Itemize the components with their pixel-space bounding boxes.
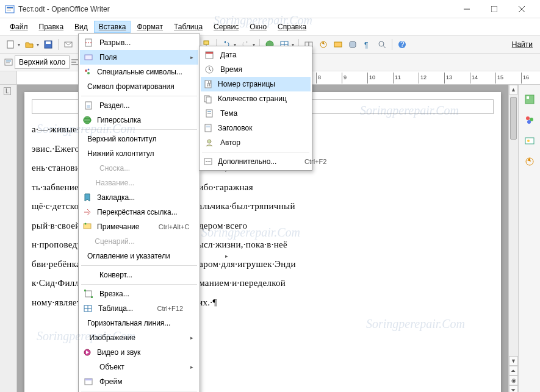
ruler-vertical: L <box>0 85 17 392</box>
close-button[interactable] <box>508 1 535 18</box>
insert-menu-item-12[interactable]: Закладка... <box>80 190 198 205</box>
svg-rect-112 <box>206 97 211 103</box>
menu-справка[interactable]: Справка <box>273 21 311 33</box>
nav-up-icon[interactable]: ⏶ <box>509 366 518 376</box>
fields-submenu-item-2[interactable]: #Номер страницы <box>201 77 311 91</box>
menu-окно[interactable]: Окно <box>245 21 272 33</box>
nav-down-icon[interactable]: ⏷ <box>509 385 518 392</box>
author-icon <box>203 138 215 148</box>
insert-menu-item-20[interactable]: Врезка... <box>80 287 198 301</box>
insert-menu[interactable]: Разрыв...Поля▸Специальные символы...Симв… <box>78 34 200 392</box>
svg-rect-105 <box>206 52 213 54</box>
menu-вставка[interactable]: Вставка <box>94 21 131 33</box>
svg-text:?: ? <box>400 40 405 49</box>
insert-menu-item-18[interactable]: Конверт... <box>80 268 198 282</box>
svg-point-38 <box>379 41 384 46</box>
help-icon[interactable]: ? <box>395 38 409 51</box>
open-icon[interactable] <box>23 38 36 51</box>
insert-menu-item-6[interactable]: Гиперссылка <box>80 113 198 127</box>
insert-menu-item-9[interactable]: Нижний колонтитул▸ <box>80 146 198 161</box>
mail-icon[interactable] <box>62 38 75 51</box>
svg-point-90 <box>84 116 91 124</box>
minimize-button[interactable] <box>453 1 480 18</box>
insert-menu-item-16[interactable]: Оглавление и указатели▸ <box>80 249 198 263</box>
crossref-icon <box>82 207 92 217</box>
media-icon <box>82 347 92 357</box>
insert-menu-item-11: Название... <box>80 176 198 190</box>
svg-rect-35 <box>334 42 342 47</box>
styles-icon[interactable] <box>4 57 13 67</box>
insert-menu-item-25[interactable]: Объект▸ <box>80 360 198 374</box>
menu-сервис[interactable]: Сервис <box>209 21 243 33</box>
insert-menu-item-10: Сноска... <box>80 161 198 176</box>
fields-submenu-item-1[interactable]: Время <box>201 62 311 77</box>
menu-формат[interactable]: Формат <box>132 21 168 33</box>
titlebar: Тест.odt - OpenOffice Writer <box>0 0 540 18</box>
table-icon <box>82 304 93 313</box>
svg-rect-96 <box>91 296 93 298</box>
window-title: Тест.odt - OpenOffice Writer <box>18 5 453 13</box>
maximize-button[interactable] <box>480 1 508 18</box>
menu-таблица[interactable]: Таблица <box>169 21 207 33</box>
fields-submenu[interactable]: ДатаВремя#Номер страницыКоличество стран… <box>199 46 312 171</box>
menu-файл[interactable]: Файл <box>5 21 33 33</box>
style-combo[interactable]: Верхний коло <box>15 55 70 69</box>
nonprint-icon[interactable]: ¶ <box>361 38 374 51</box>
svg-rect-102 <box>85 379 92 380</box>
datasource-icon[interactable] <box>346 38 359 51</box>
vertical-scrollbar[interactable]: ▲ ▼ ⏶ ◉ ⏷ <box>508 85 518 392</box>
insert-menu-item-26[interactable]: Фрейм <box>80 374 198 389</box>
svg-line-39 <box>383 46 386 48</box>
fields-submenu-item-0[interactable]: Дата <box>201 48 311 62</box>
insert-menu-item-8[interactable]: Верхний колонтитул▸ <box>80 132 198 146</box>
sidebar-properties-icon[interactable] <box>522 92 537 107</box>
nav-target-icon[interactable]: ◉ <box>509 376 518 385</box>
svg-rect-5 <box>491 6 497 12</box>
insert-menu-item-22[interactable]: Горизонтальная линия... <box>80 316 198 330</box>
pagecount-icon <box>203 94 213 104</box>
scroll-up-icon[interactable]: ▲ <box>509 85 518 94</box>
fields-submenu-item-5[interactable]: Заголовок <box>201 121 311 135</box>
svg-rect-92 <box>84 224 91 229</box>
svg-rect-117 <box>206 126 210 127</box>
insert-menu-item-24[interactable]: Видео и звук <box>80 345 198 360</box>
insert-menu-item-2[interactable]: Специальные символы... <box>80 65 198 79</box>
sidebar-gallery-icon[interactable] <box>522 134 537 148</box>
insert-menu-item-3[interactable]: Символ форматирования▸ <box>80 79 198 94</box>
gallery-icon[interactable] <box>331 38 345 51</box>
scroll-thumb[interactable] <box>510 97 517 140</box>
svg-point-87 <box>88 69 90 71</box>
insert-menu-item-23[interactable]: Изображение▸ <box>80 330 198 345</box>
navigator-icon[interactable] <box>317 38 330 51</box>
fields-submenu-item-8[interactable]: Дополнительно...Ctrl+F2 <box>201 154 311 169</box>
svg-rect-89 <box>87 105 90 108</box>
svg-rect-84 <box>85 55 92 60</box>
title-field-icon <box>203 123 213 133</box>
svg-rect-94 <box>85 291 92 297</box>
sidebar-styles-icon[interactable] <box>522 113 537 127</box>
menu-правка[interactable]: Правка <box>34 21 69 33</box>
sidebar-navigator-icon[interactable] <box>522 154 537 169</box>
scroll-down-icon[interactable]: ▼ <box>509 356 518 366</box>
app-icon <box>5 4 15 14</box>
insert-menu-item-1[interactable]: Поля▸ <box>80 50 198 65</box>
date-icon <box>203 50 215 60</box>
save-icon[interactable] <box>41 38 55 51</box>
subject-icon <box>203 109 215 118</box>
menu-вид[interactable]: Вид <box>70 21 93 33</box>
insert-menu-item-21[interactable]: Таблица...Ctrl+F12 <box>80 301 198 316</box>
time-icon <box>203 65 215 74</box>
sidebar <box>518 85 540 392</box>
fields-submenu-item-4[interactable]: Тема <box>201 106 311 121</box>
insert-menu-item-0[interactable]: Разрыв... <box>80 35 198 50</box>
find-label[interactable]: Найти <box>508 40 536 49</box>
insert-menu-item-14[interactable]: ПримечаниеCtrl+Alt+C <box>80 219 198 234</box>
zoom-icon[interactable] <box>375 38 389 51</box>
fields-submenu-item-6[interactable]: Автор <box>201 135 311 150</box>
svg-rect-3 <box>7 10 11 10</box>
svg-point-121 <box>207 161 209 162</box>
fields-submenu-item-3[interactable]: Количество страниц <box>201 91 311 106</box>
insert-menu-item-5[interactable]: Раздел... <box>80 98 198 113</box>
new-icon[interactable] <box>4 38 17 51</box>
insert-menu-item-13[interactable]: Перекрёстная ссылка... <box>80 205 198 219</box>
